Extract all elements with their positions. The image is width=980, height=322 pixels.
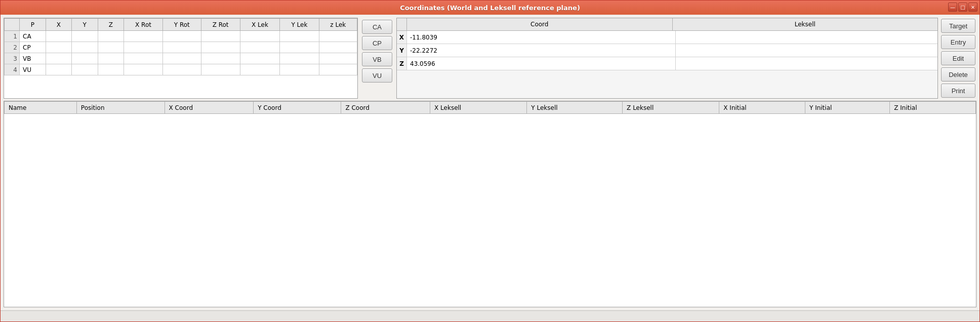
bottom-col-header: Z Coord [341,102,430,114]
table-cell [319,53,357,64]
table-cell [201,42,240,53]
row-name: CP [20,42,46,53]
table-row[interactable]: 4VU [5,64,357,75]
bottom-col-header: Y Leksell [527,102,623,114]
leksell-header-label: Leksell [673,18,938,30]
bottom-col-header: Z Leksell [623,102,719,114]
table-cell [72,53,98,64]
entry-button[interactable]: Entry [941,35,975,49]
coord-header-label: Coord [407,18,673,30]
table-cell [319,64,357,75]
table-cell [280,42,319,53]
table-cell [240,53,280,64]
vu-button[interactable]: VU [362,68,392,83]
row-name: CA [20,31,46,42]
table-cell [72,31,98,42]
left-table-container: P X Y Z X Rot Y Rot Z Rot X Lek Y Lek z … [4,18,358,99]
coord-x-value: -11.8039 [407,31,676,44]
table-cell [163,53,201,64]
bottom-col-header: Y Initial [805,102,890,114]
coord-row-x: X -11.8039 [397,31,937,44]
table-cell [280,31,319,42]
vb-button[interactable]: VB [362,52,392,66]
table-cell [98,31,124,42]
table-cell [319,31,357,42]
coord-row-z: Z 43.0596 [397,57,937,70]
coord-y-value: -22.2272 [407,44,676,57]
table-cell [201,31,240,42]
maximize-button[interactable]: □ [958,3,967,12]
col-header-p: P [20,19,46,31]
results-table: NamePositionX CoordY CoordZ CoordX Lekse… [4,101,976,256]
points-table: P X Y Z X Rot Y Rot Z Rot X Lek Y Lek z … [4,18,357,75]
window-title: Coordinates (World and Leksell reference… [400,4,580,12]
leksell-y-value [676,44,938,57]
right-buttons-panel: Target Entry Edit Delete Print [940,18,976,99]
window-controls: — □ ✕ [948,3,977,12]
bottom-col-header: Z Initial [890,102,976,114]
table-cell [319,42,357,53]
table-cell [201,64,240,75]
coord-row-y: Y -22.2272 [397,44,937,57]
row-number: 1 [5,31,20,42]
table-cell [72,64,98,75]
table-cell [46,64,72,75]
bottom-col-header: X Coord [165,102,254,114]
print-button[interactable]: Print [941,84,975,98]
table-cell [163,42,201,53]
target-button[interactable]: Target [941,19,975,33]
table-cell [201,53,240,64]
edit-button[interactable]: Edit [941,51,975,65]
coord-z-value: 43.0596 [407,57,676,70]
middle-buttons-panel: CA CP VB VU [360,18,394,99]
minimize-button[interactable]: — [948,3,957,12]
coord-y-label: Y [397,44,407,57]
col-header-xlek: X Lek [240,19,280,31]
bottom-col-header: Position [76,102,165,114]
content-area: P X Y Z X Rot Y Rot Z Rot X Lek Y Lek z … [1,15,979,310]
table-cell [240,64,280,75]
table-cell [240,31,280,42]
table-cell [124,53,163,64]
coord-panel: Coord Leksell X -11.8039 Y -22.2272 Z 43… [396,18,938,99]
bottom-col-header: Name [5,102,77,114]
empty-row [5,114,976,256]
table-cell [163,64,201,75]
table-cell [72,42,98,53]
bottom-table-container: NamePositionX CoordY CoordZ CoordX Lekse… [4,101,976,307]
row-number: 2 [5,42,20,53]
top-section: P X Y Z X Rot Y Rot Z Rot X Lek Y Lek z … [4,18,976,99]
close-button[interactable]: ✕ [968,3,977,12]
row-name: VU [20,64,46,75]
col-header-yrot: Y Rot [163,19,201,31]
col-header-xrot: X Rot [124,19,163,31]
table-cell [98,53,124,64]
bottom-col-header: X Initial [719,102,805,114]
table-cell [280,53,319,64]
main-window: Coordinates (World and Leksell reference… [0,0,980,322]
table-row[interactable]: 3VB [5,53,357,64]
table-cell [163,31,201,42]
bottom-col-header: X Leksell [430,102,527,114]
row-number: 4 [5,64,20,75]
leksell-z-value [676,57,938,70]
table-row[interactable]: 1CA [5,31,357,42]
coord-header-row: Coord Leksell [397,18,937,31]
table-cell [46,53,72,64]
bottom-col-header: Y Coord [254,102,341,114]
ca-button[interactable]: CA [362,20,392,34]
table-cell [280,64,319,75]
row-name: VB [20,53,46,64]
cp-button[interactable]: CP [362,36,392,50]
titlebar: Coordinates (World and Leksell reference… [1,1,979,15]
col-header-num [5,19,20,31]
table-cell [124,64,163,75]
coord-z-label: Z [397,57,407,70]
col-header-z: Z [98,19,124,31]
table-row[interactable]: 2CP [5,42,357,53]
table-cell [124,42,163,53]
coord-x-label: X [397,31,407,44]
leksell-x-value [676,31,938,44]
col-header-x: X [46,19,72,31]
delete-button[interactable]: Delete [941,67,975,82]
